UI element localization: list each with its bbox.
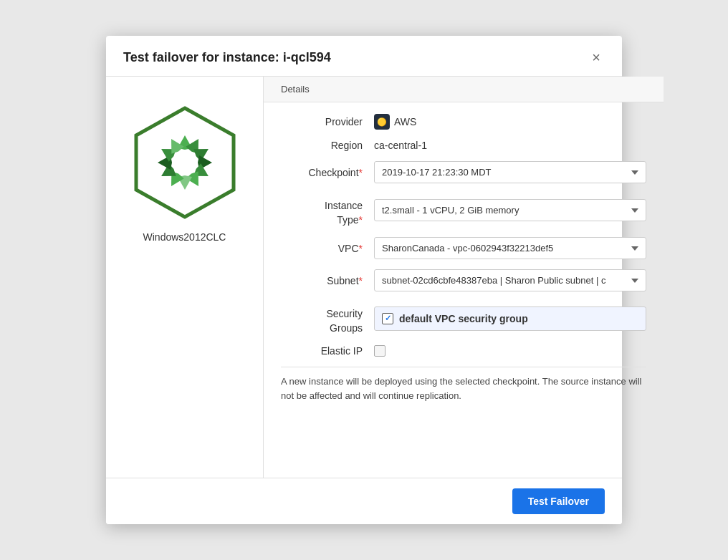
security-groups-row: Security Groups default VPC security gro… (281, 301, 646, 335)
test-failover-button[interactable]: Test Failover (512, 488, 605, 514)
subnet-row: Subnet* subnet-02cd6cbfe48387eba | Sharo… (281, 269, 646, 291)
region-label: Region (281, 140, 374, 151)
checkpoint-select[interactable]: 2019-10-17 21:23:30 MDT (374, 161, 646, 183)
dialog-header: Test failover for instance: i-qcl594 × (106, 36, 622, 77)
aws-icon: 🟡 (374, 114, 390, 130)
elastic-ip-label: Elastic IP (281, 345, 374, 357)
provider-row: Provider 🟡 AWS (281, 114, 646, 130)
security-groups-label: Security Groups (281, 301, 374, 335)
provider-text: AWS (394, 116, 416, 127)
aws-smile-icon: 🟡 (377, 117, 387, 127)
elastic-ip-row: Elastic IP (281, 345, 646, 357)
instance-type-label: Instance Type* (281, 193, 374, 227)
vpc-label: VPC* (281, 243, 374, 254)
region-row: Region ca-central-1 (281, 140, 646, 151)
security-group-value: default VPC security group (399, 313, 528, 324)
dialog-body: Windows2012CLC Details Provider 🟡 AWS (106, 77, 622, 478)
right-panel: Details Provider 🟡 AWS (264, 77, 664, 478)
dialog-overlay: Test failover for instance: i-qcl594 × (0, 0, 728, 560)
subnet-select[interactable]: subnet-02cd6cbfe48387eba | Sharon Public… (374, 269, 646, 291)
instance-type-row: Instance Type* t2.small - 1 vCPU, 2 GiB … (281, 193, 646, 227)
vpc-select[interactable]: SharonCanada - vpc-0602943f32213def5 (374, 237, 646, 259)
subnet-label: Subnet* (281, 275, 374, 286)
checkpoint-row: Checkpoint* 2019-10-17 21:23:30 MDT (281, 161, 646, 183)
checkpoint-label: Checkpoint* (281, 167, 374, 178)
region-value: ca-central-1 (374, 140, 427, 151)
security-group-box: default VPC security group (374, 306, 646, 331)
elastic-ip-checkbox[interactable] (374, 345, 385, 357)
instance-hex-icon (128, 105, 242, 220)
vpc-row: VPC* SharonCanada - vpc-0602943f32213def… (281, 237, 646, 259)
form-area: Provider 🟡 AWS Region ca-central-1 (264, 102, 664, 478)
provider-label: Provider (281, 116, 374, 127)
dialog: Test failover for instance: i-qcl594 × (106, 36, 622, 524)
dialog-title: Test failover for instance: i-qcl594 (123, 50, 331, 65)
details-tab[interactable]: Details (264, 77, 664, 102)
close-button[interactable]: × (588, 49, 605, 66)
left-panel: Windows2012CLC (106, 77, 264, 478)
dialog-footer: Test Failover (106, 478, 622, 524)
info-text: A new instance will be deployed using th… (281, 367, 646, 410)
svg-point-1 (179, 157, 191, 168)
instance-name: Windows2012CLC (143, 231, 226, 243)
instance-type-select[interactable]: t2.small - 1 vCPU, 2 GiB memory (374, 199, 646, 221)
security-group-checkbox[interactable] (382, 313, 393, 324)
provider-value: 🟡 AWS (374, 114, 416, 130)
